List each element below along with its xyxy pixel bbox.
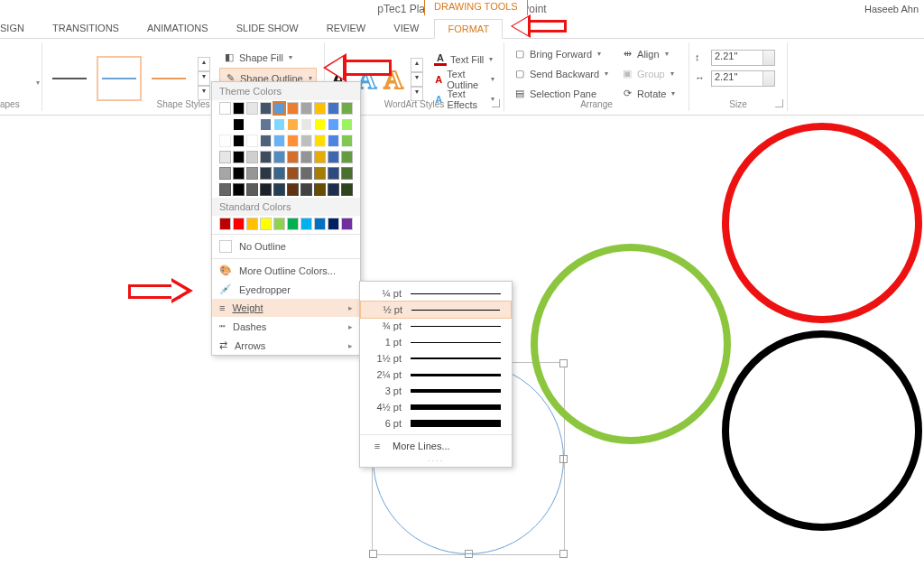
width-field[interactable]: ↔ 2.21" [695,70,781,88]
theme-color-swatch[interactable] [260,102,272,115]
style-gallery-down[interactable]: ▾ [198,71,210,86]
bring-forward-button[interactable]: ▢Bring Forward▾ [510,44,612,63]
label-size: Size [689,99,787,109]
theme-color-row [212,100,360,116]
style-swatch-2[interactable] [97,56,142,101]
shape-fill-button[interactable]: ◧Shape Fill▾ [219,48,317,67]
group-button[interactable]: ▣Group▾ [617,64,679,83]
tab-animations[interactable]: ANIMATIONS [134,19,221,37]
align-button[interactable]: ⇹Align▾ [617,44,679,63]
theme-color-swatch[interactable] [287,102,299,115]
wordart-gallery-down[interactable]: ▾ [411,72,423,87]
text-fill-button[interactable]: AText Fill▾ [430,50,498,69]
theme-color-swatch[interactable] [341,102,353,115]
width-input[interactable]: 2.21" [711,70,775,87]
theme-color-swatch[interactable] [233,102,245,115]
ribbon: apes ▾ ▴ ▾ ▾ ◧Shape Fill▾ ✎Shape Outline… [0,39,924,116]
dropdown-icon[interactable]: ▾ [36,79,40,87]
contextual-tab-drawing-tools[interactable]: DRAWING TOOLS [424,0,528,15]
width-icon: ↔ [695,72,707,85]
height-input[interactable]: 2.21" [711,50,775,66]
label-theme-colors: Theme Colors [212,82,360,100]
style-swatch-1[interactable] [48,57,91,100]
send-backward-button[interactable]: ▢Send Backward▾ [510,64,612,83]
theme-color-swatch[interactable] [273,102,285,115]
label-arrange: Arrange [504,99,688,109]
tab-transitions[interactable]: TRANSITIONS [40,19,132,37]
style-gallery-more[interactable]: ▾ [198,86,210,100]
ribbon-tabs: SIGN TRANSITIONS ANIMATIONS SLIDE SHOW R… [0,18,924,39]
tab-slideshow[interactable]: SLIDE SHOW [224,19,311,37]
height-icon: ↕ [695,51,707,64]
tab-design[interactable]: SIGN [0,19,37,37]
shape-outline-dropdown: Theme Colors Standard Colors No Outline … [211,81,361,116]
text-outline-button[interactable]: AText Outline▾ [430,70,498,88]
group-arrange: ▢Bring Forward▾ ▢Send Backward▾ ▤Selecti… [504,42,689,111]
wordart-gallery-up[interactable]: ▴ [411,58,423,72]
theme-color-swatch[interactable] [300,102,312,115]
user-name: Haseeb Ahn [864,0,919,18]
tab-format[interactable]: FORMAT [434,19,503,39]
style-swatch-3[interactable] [147,57,190,100]
tab-review[interactable]: REVIEW [314,19,378,37]
height-field[interactable]: ↕ 2.21" [695,49,781,67]
theme-color-swatch[interactable] [314,102,326,115]
group-size: ↕ 2.21" ↔ 2.21" Size [689,42,788,111]
theme-color-swatch[interactable] [328,102,339,115]
title-bar: pTec1 Plasmid Vector - PowerPoint DRAWIN… [0,0,924,18]
theme-color-swatch[interactable] [246,102,258,115]
label-shapes-trunc: apes [0,99,42,109]
theme-color-swatch[interactable] [219,102,231,115]
launcher-wordart[interactable] [492,99,500,107]
group-insert-shapes: apes ▾ [0,42,42,111]
slide-canvas[interactable] [0,114,924,116]
launcher-size[interactable] [775,99,783,107]
style-gallery-up[interactable]: ▴ [198,57,210,71]
tab-view[interactable]: VIEW [381,19,431,37]
